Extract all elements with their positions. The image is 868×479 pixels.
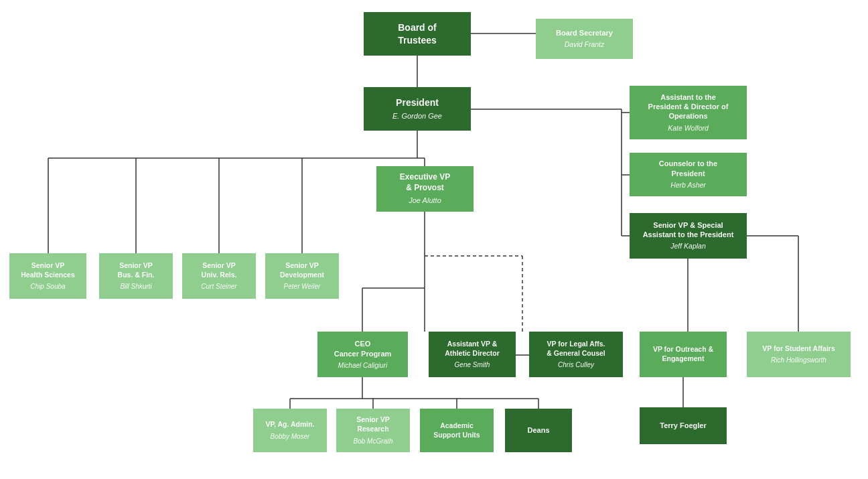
exec-vp-name: Joe Alutto <box>409 196 441 205</box>
exec-vp-title: Executive VP& Provost <box>400 172 450 193</box>
svp-bus-title: Senior VPBus. & Fin. <box>118 261 155 279</box>
svp-bus-name: Bill Shkurti <box>120 282 151 291</box>
asst-president-title: Assistant to thePresident & Director ofO… <box>648 92 729 121</box>
svp-bus-node: Senior VPBus. & Fin. Bill Shkurti <box>99 253 173 299</box>
ceo-cancer-node: CEOCancer Program Michael Caligiuri <box>317 332 408 377</box>
asst-vp-athletic-name: Gene Smith <box>455 360 490 369</box>
vp-legal-node: VP for Legal Affs.& General Cousel Chris… <box>529 332 623 377</box>
asst-president-node: Assistant to thePresident & Director ofO… <box>630 86 747 139</box>
svp-special-title: Senior VP & SpecialAssistant to the Pres… <box>643 220 734 240</box>
board-title: Board of Trustees <box>398 21 437 46</box>
vp-legal-title: VP for Legal Affs.& General Cousel <box>547 340 605 358</box>
exec-vp-node: Executive VP& Provost Joe Alutto <box>376 166 474 212</box>
svp-health-name: Chip Souba <box>30 282 65 291</box>
terry-node: Terry Foegler <box>640 407 727 444</box>
svp-univ-node: Senior VPUniv. Rels. Curt Steiner <box>182 253 256 299</box>
vp-ag-title: VP, Ag. Admin. <box>265 420 314 429</box>
svp-dev-node: Senior VPDevelopment Peter Weiler <box>265 253 339 299</box>
board-secretary-name: David Frantz <box>565 40 605 50</box>
svp-univ-name: Curt Steiner <box>201 282 236 291</box>
academic-support-title: AcademicSupport Units <box>433 421 480 439</box>
vp-legal-name: Chris Culley <box>558 360 594 369</box>
deans-node: Deans <box>505 409 572 452</box>
counselor-node: Counselor to thePresident Herb Asher <box>630 153 747 196</box>
ceo-cancer-title: CEOCancer Program <box>334 339 392 358</box>
svp-dev-title: Senior VPDevelopment <box>280 261 324 279</box>
vp-outreach-node: VP for Outreach &Engagement <box>640 332 727 377</box>
terry-name: Terry Foegler <box>660 421 707 430</box>
board-secretary-title: Board Secretary <box>556 28 613 38</box>
counselor-title: Counselor to thePresident <box>659 159 717 178</box>
svp-health-node: Senior VPHealth Sciences Chip Souba <box>9 253 86 299</box>
vp-student-name: Rich Hollingsworth <box>771 356 826 364</box>
svp-univ-title: Senior VPUniv. Rels. <box>202 261 237 279</box>
ceo-cancer-name: Michael Caligiuri <box>338 361 387 370</box>
board-of-trustees-node: Board of Trustees <box>364 12 471 56</box>
org-chart: Board of Trustees Board Secretary David … <box>0 0 868 479</box>
svp-research-title: Senior VPResearch <box>356 415 390 433</box>
svp-dev-name: Peter Weiler <box>284 282 321 291</box>
academic-support-node: AcademicSupport Units <box>420 409 494 452</box>
asst-president-name: Kate Wolford <box>668 124 709 133</box>
president-node: President E. Gordon Gee <box>364 87 471 131</box>
vp-outreach-title: VP for Outreach &Engagement <box>653 345 713 363</box>
svp-health-title: Senior VPHealth Sciences <box>21 261 75 279</box>
vp-student-title: VP for Student Affairs <box>762 344 835 354</box>
president-name: E. Gordon Gee <box>392 111 442 121</box>
svp-research-node: Senior VPResearch Bob McGrath <box>336 409 410 452</box>
svp-research-name: Bob McGrath <box>354 437 393 446</box>
vp-ag-node: VP, Ag. Admin. Bobby Moser <box>253 409 327 452</box>
asst-vp-athletic-node: Assistant VP &Athletic Director Gene Smi… <box>429 332 516 377</box>
vp-ag-name: Bobby Moser <box>271 432 310 441</box>
svp-special-node: Senior VP & SpecialAssistant to the Pres… <box>630 213 747 259</box>
svp-special-name: Jeff Kaplan <box>670 242 706 251</box>
asst-vp-athletic-title: Assistant VP &Athletic Director <box>445 340 500 358</box>
board-secretary-node: Board Secretary David Frantz <box>536 19 633 59</box>
president-title: President <box>396 96 439 109</box>
vp-student-node: VP for Student Affairs Rich Hollingswort… <box>747 332 851 377</box>
counselor-name: Herb Asher <box>670 181 706 190</box>
deans-title: Deans <box>527 425 549 435</box>
